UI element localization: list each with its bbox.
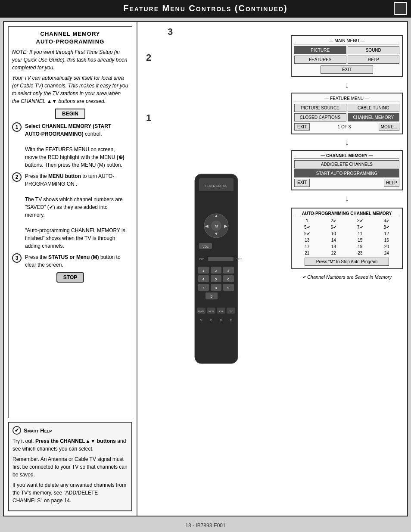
ch-21: 21 — [294, 250, 320, 256]
illustration-wrapper: 2 3 1 PLAY▶ STATUS ▲ ▼ ◀ ▶ M — [142, 26, 403, 511]
svg-text:▼: ▼ — [214, 231, 218, 236]
ch-15: 15 — [347, 237, 373, 243]
svg-text:E: E — [230, 319, 232, 322]
corner-decoration — [394, 2, 407, 15]
main-menu-title: — MAIN MENU — — [294, 38, 399, 44]
feature-menu-grid: PICTURE SOURCE CABLE TUNING CLOSED CAPTI… — [294, 104, 399, 121]
body-text1: Your TV can automatically set itself for… — [12, 74, 128, 105]
svg-text:6: 6 — [227, 277, 230, 281]
svg-text:9: 9 — [227, 286, 230, 290]
channel-memory-screen: — CHANNEL MEMORY — ADD/DELETE CHANNELS S… — [291, 150, 403, 190]
step-1-badge: 1 — [12, 122, 22, 132]
left-column: Channel Memory Auto-Programming NOTE: If… — [4, 22, 137, 516]
main-menu-sound-btn[interactable]: SOUND — [348, 46, 400, 54]
svg-text:4: 4 — [202, 277, 205, 281]
main-menu-features-btn[interactable]: FEATURES — [294, 56, 346, 64]
arrow-down-3: ↓ — [291, 194, 403, 202]
smart-help-title: ✔ Smart Help — [12, 426, 128, 435]
feature-menu-more-btn[interactable]: MORE... — [379, 123, 399, 131]
svg-text:O: O — [210, 319, 212, 322]
step-3-text: Press the STATUS or Menu (M) button to c… — [25, 253, 128, 269]
step-3-badge: 3 — [12, 253, 22, 263]
smart-help-icon: ✔ — [12, 426, 21, 435]
ch-12: 12 — [374, 231, 400, 236]
section-title: Channel Memory Auto-Programming — [12, 30, 128, 46]
ch-14: 14 — [321, 237, 347, 243]
feature-menu-picture-source-btn[interactable]: PICTURE SOURCE — [294, 104, 346, 112]
feature-menu-cable-tuning-btn[interactable]: CABLE TUNING — [348, 104, 400, 112]
step-label-2: 2 — [146, 52, 151, 63]
remote-svg: PLAY▶ STATUS ▲ ▼ ◀ ▶ M VOL PIP STR — [182, 170, 251, 376]
step-2-text: Press the MENU button to turn AUTO-PROGR… — [25, 172, 128, 250]
channel-memory-exit-btn[interactable]: EXIT — [294, 179, 310, 187]
feature-menu-channel-memory-btn[interactable]: CHANNEL MEMORY — [348, 113, 400, 121]
channel-memory-start-autoprog-btn[interactable]: START AUTO-PROGRAMMING — [294, 169, 399, 177]
svg-text:CH: CH — [219, 310, 223, 313]
channel-note: ✔ Channel Numbers are Saved in Memory — [291, 274, 403, 280]
ch-10: 10 — [321, 231, 347, 236]
smart-help-text3: If you want to delete any unwanted chann… — [12, 481, 128, 504]
step-label-1: 1 — [146, 112, 151, 124]
svg-text:7: 7 — [202, 286, 205, 290]
section-title-line2: Auto-Programming — [12, 38, 128, 46]
step-2: 2 Press the MENU button to turn AUTO-PRO… — [12, 172, 128, 250]
auto-prog-grid: 1 2✔ 3✔ 4✔ 5✔ 6✔ 7✔ 8✔ 9✔ 10 11 12 13 14 — [294, 218, 399, 256]
ch-13: 13 — [294, 237, 320, 243]
instruction-section: Channel Memory Auto-Programming NOTE: If… — [8, 26, 132, 418]
ch-20: 20 — [374, 244, 400, 249]
step-1-text: Select CHANNEL MEMORY (START AUTO-PROGRA… — [25, 122, 128, 169]
svg-text:PLAY▶ STATUS: PLAY▶ STATUS — [206, 184, 227, 187]
auto-prog-title: AUTO-PROGRAMMING CHANNEL MEMORY — [294, 211, 399, 216]
screens-column: — MAIN MENU — PICTURE SOUND FEATURES HEL… — [291, 26, 403, 511]
ch-16: 16 — [374, 237, 400, 243]
svg-text:3: 3 — [227, 269, 230, 273]
channel-memory-bottom-row: EXIT HELP — [294, 179, 399, 187]
ch-24: 24 — [374, 250, 400, 256]
page-header: Feature Menu Controls (Continued) — [0, 0, 411, 18]
channel-memory-add-delete-btn[interactable]: ADD/DELETE CHANNELS — [294, 160, 399, 168]
ch-6: 6✔ — [321, 224, 347, 230]
ch-22: 22 — [321, 250, 347, 256]
ch-7: 7✔ — [347, 224, 373, 230]
feature-menu-closed-captions-btn[interactable]: CLOSED CAPTIONS — [294, 113, 346, 121]
header-title: Feature Menu Controls (Continued) — [123, 3, 287, 13]
svg-text:VOL: VOL — [202, 245, 209, 248]
channel-memory-help-btn[interactable]: HELP — [384, 179, 399, 187]
main-menu-exit-btn[interactable]: EXIT — [321, 65, 373, 74]
main-content: Channel Memory Auto-Programming NOTE: If… — [3, 21, 408, 516]
note-text: NOTE: If you went through First Time Set… — [12, 48, 128, 72]
footer-text: 13 - IB7893 E001 — [185, 523, 225, 529]
svg-text:D: D — [220, 319, 222, 322]
svg-text:1: 1 — [202, 269, 205, 273]
ch-17: 17 — [294, 244, 320, 249]
ch-9: 9✔ — [294, 231, 320, 236]
main-menu-screen: — MAIN MENU — PICTURE SOUND FEATURES HEL… — [291, 35, 403, 77]
smart-help-label: Smart Help — [24, 427, 52, 434]
channel-memory-title: — CHANNEL MEMORY — — [294, 153, 399, 159]
ch-23: 23 — [347, 250, 373, 256]
stop-prog-btn[interactable]: Press "M" to Stop Auto-Program — [305, 258, 389, 266]
ch-1: 1 — [294, 218, 320, 224]
svg-text:▲: ▲ — [214, 213, 218, 218]
svg-text:2: 2 — [215, 269, 217, 273]
feature-menu-exit-btn[interactable]: EXIT — [294, 123, 310, 131]
ch-5: 5✔ — [294, 224, 320, 230]
page-footer: 13 - IB7893 E001 — [0, 520, 411, 531]
arrow-down-1: ↓ — [291, 81, 403, 89]
step-1: 1 Select CHANNEL MEMORY (START AUTO-PROG… — [12, 122, 128, 169]
stop-label: STOP — [56, 272, 84, 283]
svg-text:TV: TV — [229, 310, 233, 313]
remote-container: 2 3 1 PLAY▶ STATUS ▲ ▼ ◀ ▶ M — [142, 26, 291, 511]
step-2-badge: 2 — [12, 172, 22, 182]
right-column: 2 3 1 PLAY▶ STATUS ▲ ▼ ◀ ▶ M — [137, 22, 407, 516]
feature-menu-bottom-row: EXIT 1 OF 3 MORE... — [294, 123, 399, 131]
main-menu-picture-btn[interactable]: PICTURE — [294, 46, 346, 54]
svg-text:8: 8 — [215, 286, 217, 290]
main-menu-help-btn[interactable]: HELP — [348, 56, 400, 64]
svg-rect-13 — [208, 257, 234, 261]
svg-text:PWR: PWR — [198, 310, 205, 313]
begin-label: BEGIN — [55, 109, 85, 119]
feature-menu-page-indicator: 1 OF 3 — [338, 124, 351, 129]
ch-3: 3✔ — [347, 218, 373, 224]
ch-11: 11 — [347, 231, 373, 236]
